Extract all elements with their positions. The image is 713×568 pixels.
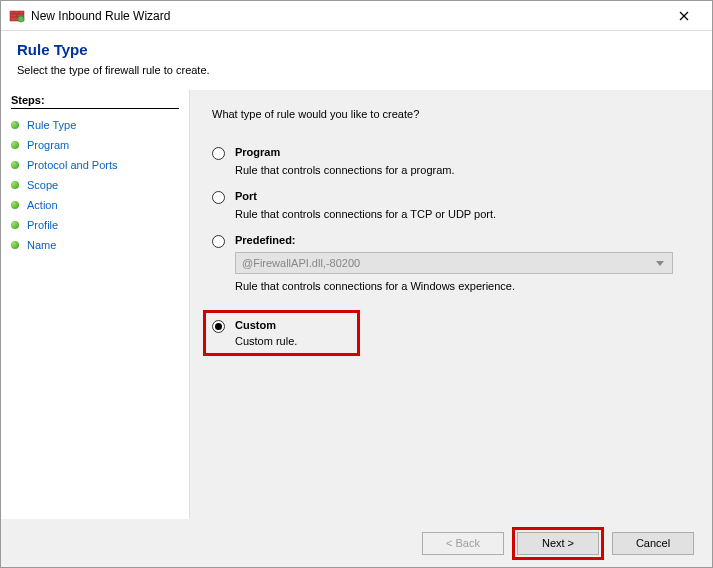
step-bullet-icon bbox=[11, 181, 19, 189]
radio-predefined[interactable] bbox=[212, 235, 225, 248]
step-label: Scope bbox=[27, 179, 58, 191]
step-bullet-icon bbox=[11, 241, 19, 249]
step-bullet-icon bbox=[11, 221, 19, 229]
titlebar: New Inbound Rule Wizard bbox=[1, 1, 712, 31]
step-label: Rule Type bbox=[27, 119, 76, 131]
main-panel: What type of rule would you like to crea… bbox=[189, 90, 712, 520]
radio-desc-program: Rule that controls connections for a pro… bbox=[235, 164, 690, 176]
radio-desc-custom: Custom rule. bbox=[235, 335, 297, 347]
step-bullet-icon bbox=[11, 141, 19, 149]
close-button[interactable] bbox=[664, 2, 704, 30]
highlight-box-custom: Custom Custom rule. bbox=[203, 310, 360, 356]
step-bullet-icon bbox=[11, 121, 19, 129]
cancel-button-label: Cancel bbox=[636, 537, 670, 549]
wizard-window: New Inbound Rule Wizard Rule Type Select… bbox=[0, 0, 713, 568]
radio-custom[interactable] bbox=[212, 320, 225, 333]
next-button[interactable]: Next > bbox=[517, 532, 599, 555]
radio-label-predefined: Predefined: bbox=[235, 234, 296, 246]
step-label: Name bbox=[27, 239, 56, 251]
radio-label-port: Port bbox=[235, 190, 257, 202]
steps-heading: Steps: bbox=[11, 94, 179, 109]
back-button-label: < Back bbox=[446, 537, 480, 549]
back-button: < Back bbox=[422, 532, 504, 555]
next-button-label: Next > bbox=[542, 537, 574, 549]
window-title: New Inbound Rule Wizard bbox=[31, 9, 664, 23]
wizard-footer: < Back Next > Cancel bbox=[1, 519, 712, 567]
radio-row-port: Port bbox=[212, 190, 690, 204]
step-label: Program bbox=[27, 139, 69, 151]
step-profile[interactable]: Profile bbox=[11, 215, 179, 235]
radio-row-program: Program bbox=[212, 146, 690, 160]
predefined-select-value: @FirewallAPI.dll,-80200 bbox=[242, 257, 360, 269]
predefined-select: @FirewallAPI.dll,-80200 bbox=[235, 252, 673, 274]
radio-label-program: Program bbox=[235, 146, 280, 158]
step-rule-type[interactable]: Rule Type bbox=[11, 115, 179, 135]
step-label: Protocol and Ports bbox=[27, 159, 118, 171]
step-scope[interactable]: Scope bbox=[11, 175, 179, 195]
radio-port[interactable] bbox=[212, 191, 225, 204]
page-subtitle: Select the type of firewall rule to crea… bbox=[17, 64, 696, 76]
radio-program[interactable] bbox=[212, 147, 225, 160]
step-protocol-ports[interactable]: Protocol and Ports bbox=[11, 155, 179, 175]
cancel-button[interactable]: Cancel bbox=[612, 532, 694, 555]
svg-point-6 bbox=[18, 16, 24, 22]
wizard-header: Rule Type Select the type of firewall ru… bbox=[1, 31, 712, 90]
wizard-body: Steps: Rule Type Program Protocol and Po… bbox=[1, 90, 712, 520]
step-name[interactable]: Name bbox=[11, 235, 179, 255]
question-text: What type of rule would you like to crea… bbox=[212, 108, 690, 120]
step-label: Action bbox=[27, 199, 58, 211]
radio-label-custom: Custom bbox=[235, 319, 276, 331]
radio-row-custom: Custom bbox=[212, 319, 297, 333]
step-label: Profile bbox=[27, 219, 58, 231]
highlight-box-next: Next > bbox=[512, 527, 604, 560]
step-action[interactable]: Action bbox=[11, 195, 179, 215]
radio-desc-predefined: Rule that controls connections for a Win… bbox=[235, 280, 690, 292]
radio-desc-port: Rule that controls connections for a TCP… bbox=[235, 208, 690, 220]
radio-row-predefined: Predefined: bbox=[212, 234, 690, 248]
step-bullet-icon bbox=[11, 201, 19, 209]
steps-sidebar: Steps: Rule Type Program Protocol and Po… bbox=[1, 90, 189, 520]
firewall-icon bbox=[9, 8, 25, 24]
step-bullet-icon bbox=[11, 161, 19, 169]
page-title: Rule Type bbox=[17, 41, 696, 58]
step-program[interactable]: Program bbox=[11, 135, 179, 155]
